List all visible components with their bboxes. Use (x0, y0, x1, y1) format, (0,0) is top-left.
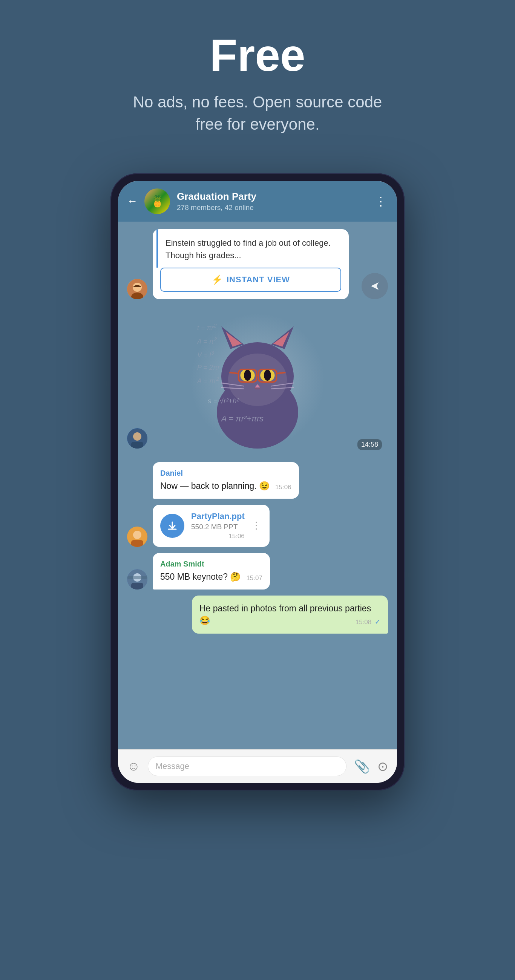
svg-point-32 (133, 531, 141, 539)
bubble-adam: Adam Smidt 550 MB keynote? 🤔 15:07 (153, 553, 270, 590)
bolt-icon: ⚡ (212, 274, 223, 285)
message-row-link: Einstein struggled to find a job out of … (127, 229, 388, 299)
own-time: 15:08 (356, 619, 372, 626)
hero-title: Free (210, 30, 305, 80)
file-more-button[interactable]: ⋮ (252, 520, 262, 531)
svg-rect-5 (131, 442, 143, 449)
avatar-boy2 (127, 527, 147, 547)
more-button[interactable]: ⋮ (375, 194, 388, 208)
link-preview-text: Einstein struggled to find a job out of … (156, 229, 349, 267)
svg-rect-36 (131, 583, 143, 590)
file-info: PartyPlan.ppt 550.2 MB PPT 15:06 (191, 511, 245, 540)
bubble-daniel: Daniel Now — back to planning. 😉 15:06 (153, 462, 299, 499)
chat-body: Einstein struggled to find a job out of … (118, 222, 397, 749)
file-bubble: PartyPlan.ppt 550.2 MB PPT 15:06 ⋮ (153, 505, 269, 547)
share-button[interactable] (362, 273, 388, 299)
group-members: 278 members, 42 online (177, 204, 368, 212)
sticker-time: 14:58 (357, 439, 382, 450)
avatar-girl (127, 279, 147, 299)
back-button[interactable]: ← (127, 195, 138, 207)
group-avatar: 🍍 (144, 188, 170, 214)
message-input[interactable]: Message (148, 756, 346, 776)
phone-outer: ← 🍍 Graduation Party 278 members, 42 onl… (110, 173, 405, 791)
hero-section: Free No ads, no fees. Open source code f… (0, 0, 515, 158)
input-bar: ☺ Message 📎 ⊙ (118, 749, 397, 783)
sticker-area: t = πr2 A = π2 V = l3 P = 2πr A = πr2 (190, 313, 325, 449)
avatar-spacer (127, 478, 147, 499)
svg-rect-33 (131, 540, 143, 547)
group-name: Graduation Party (177, 191, 368, 202)
daniel-time: 15:06 (275, 483, 292, 492)
hero-subtitle: No ads, no fees. Open source code free f… (126, 91, 389, 136)
emoji-button[interactable]: ☺ (127, 759, 140, 773)
attach-button[interactable]: 📎 (354, 759, 370, 774)
read-check-icon: ✓ (375, 618, 380, 626)
bubble-own: He pasted in photos from all previous pa… (192, 595, 388, 633)
adam-time: 15:07 (246, 574, 262, 583)
svg-point-4 (133, 432, 141, 441)
own-text-content: He pasted in photos from all previous pa… (199, 603, 371, 625)
math-background: t = πr2 A = π2 V = l3 P = 2πr A = πr2 (190, 313, 325, 449)
avatar-boy3 (127, 569, 147, 590)
instant-view-label: INSTANT VIEW (226, 275, 290, 285)
message-row-daniel: Daniel Now — back to planning. 😉 15:06 (127, 462, 388, 499)
file-name: PartyPlan.ppt (191, 511, 245, 521)
file-download-button[interactable] (160, 514, 184, 538)
avatar-boy1 (127, 428, 147, 449)
group-info: Graduation Party 278 members, 42 online (177, 191, 368, 212)
message-row-own: He pasted in photos from all previous pa… (127, 595, 388, 633)
link-preview-content: Einstein struggled to find a job out of … (166, 238, 331, 260)
instant-view-button[interactable]: ⚡ INSTANT VIEW (160, 267, 341, 292)
phone-mockup: ← 🍍 Graduation Party 278 members, 42 onl… (110, 173, 405, 791)
message-row-file: PartyPlan.ppt 550.2 MB PPT 15:06 ⋮ (127, 505, 388, 547)
link-preview-bubble: Einstein struggled to find a job out of … (153, 229, 349, 299)
msg-own-text: He pasted in photos from all previous pa… (199, 602, 380, 627)
msg-adam-text: 550 MB keynote? 🤔 15:07 (160, 571, 262, 583)
phone-inner: ← 🍍 Graduation Party 278 members, 42 onl… (118, 181, 397, 783)
file-time: 15:06 (228, 533, 245, 540)
sender-adam: Adam Smidt (160, 560, 262, 568)
sender-daniel: Daniel (160, 469, 292, 477)
daniel-text-content: Now — back to planning. 😉 (160, 481, 270, 491)
chat-header: ← 🍍 Graduation Party 278 members, 42 onl… (118, 181, 397, 222)
sticker-container: t = πr2 A = π2 V = l3 P = 2πr A = πr2 (127, 305, 388, 456)
adam-text-content: 550 MB keynote? 🤔 (160, 572, 241, 582)
group-emoji: 🍍 (150, 194, 164, 208)
camera-button[interactable]: ⊙ (377, 759, 388, 774)
msg-daniel-text: Now — back to planning. 😉 15:06 (160, 480, 292, 492)
message-row-adam: Adam Smidt 550 MB keynote? 🤔 15:07 (127, 553, 388, 590)
svg-rect-37 (127, 576, 147, 579)
file-size: 550.2 MB PPT (191, 523, 245, 531)
